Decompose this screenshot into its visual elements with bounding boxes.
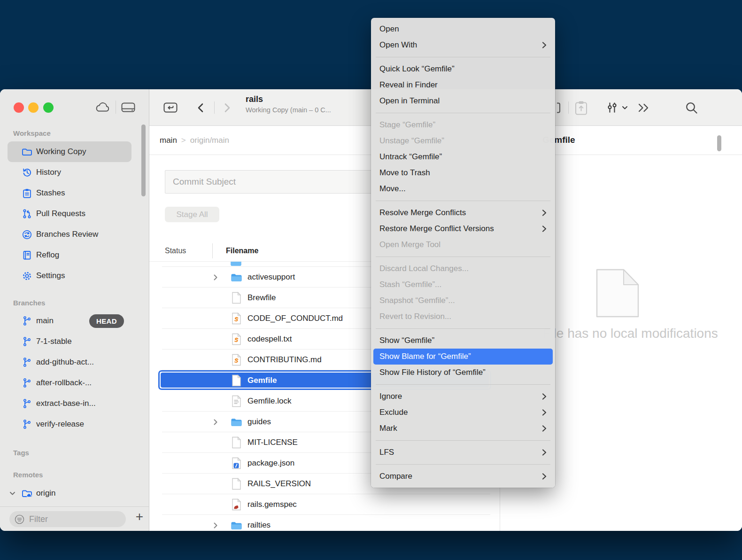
menu-item-ignore[interactable]: Ignore — [371, 389, 555, 404]
menu-item-mark[interactable]: Mark — [371, 420, 555, 436]
column-header-filename[interactable]: Filename — [226, 241, 258, 261]
file-icon — [230, 370, 242, 391]
sidebar-item-label: add-github-act... — [36, 352, 94, 373]
add-repo-button[interactable]: + — [136, 509, 143, 524]
breadcrumb-upstream[interactable]: origin/main — [190, 136, 229, 145]
disclosure-chevron-icon[interactable] — [213, 515, 218, 531]
menu-item-label: Discard Local Changes... — [379, 264, 469, 273]
menu-item-untrack-gemfile[interactable]: Untrack “Gemfile” — [371, 149, 555, 165]
sidebar-item-stashes[interactable]: Stashes — [0, 183, 149, 203]
menu-item-exclude[interactable]: Exclude — [371, 404, 555, 420]
branch-item-after-rollback[interactable]: after-rollback-... — [0, 373, 149, 393]
drive-icon[interactable] — [121, 101, 135, 113]
branch-item-add-github-act[interactable]: add-github-act... — [0, 352, 149, 373]
sidebar-item-pull-requests[interactable]: Pull Requests — [0, 203, 149, 224]
file-name: package.json — [247, 453, 294, 474]
file-row-rails-gemspec[interactable]: rails.gemspec — [149, 494, 500, 515]
branch-item-extract-base-in[interactable]: extract-base-in... — [0, 393, 149, 414]
empty-state-message: File has no local modifications — [542, 326, 718, 341]
minimize-button[interactable] — [28, 102, 39, 113]
menu-item-label: Revert to Revision... — [379, 312, 451, 321]
menu-item-open-with[interactable]: Open With — [371, 37, 555, 53]
reflog-icon — [21, 245, 33, 265]
detail-scrollbar[interactable] — [717, 135, 721, 151]
menu-item-lfs[interactable]: LFS — [371, 444, 555, 460]
disclosure-chevron-icon[interactable] — [213, 412, 218, 432]
menu-item-move-to-trash[interactable]: Move to Trash — [371, 165, 555, 181]
sidebar-item-history[interactable]: History — [0, 162, 149, 183]
menu-item-label: Move to Trash — [379, 168, 430, 178]
sidebar-item-settings[interactable]: Settings — [0, 265, 149, 286]
file-name: CONTRIBUTING.md — [247, 350, 322, 370]
file-name: RAILS_VERSION — [247, 474, 311, 494]
menu-item-resolve-merge-conflicts[interactable]: Resolve Merge Conflicts — [371, 205, 555, 221]
menu-item-show-gemfile[interactable]: Show “Gemfile” — [371, 333, 555, 349]
menu-item-show-file-history-of-gemfile[interactable]: Show File History of “Gemfile” — [371, 365, 555, 381]
disclosure-chevron-icon[interactable] — [213, 267, 218, 288]
sidebar-item-label: verify-release — [36, 414, 84, 435]
workspace-section-label: Workspace — [13, 129, 51, 137]
toolbar-button-fragment[interactable] — [556, 102, 561, 113]
filter-bar: Filter + — [0, 506, 149, 531]
menu-item-move[interactable]: Move... — [371, 181, 555, 197]
menu-item-reveal-in-finder[interactable]: Reveal in Finder — [371, 77, 555, 93]
file-icon — [230, 308, 242, 329]
more-tools-icon[interactable] — [638, 103, 649, 113]
close-button[interactable] — [14, 102, 24, 113]
file-icon — [230, 391, 242, 412]
sidebar-scrollbar[interactable] — [141, 124, 146, 196]
menu-separator — [376, 57, 550, 57]
branch-item-7-1-stable[interactable]: 7-1-stable — [0, 331, 149, 352]
file-icon — [230, 494, 242, 515]
file-name: MIT-LICENSE — [247, 432, 298, 453]
sidebar-item-label: extract-base-in... — [36, 393, 96, 414]
back-icon[interactable] — [197, 103, 204, 113]
chevron-down-icon[interactable] — [9, 483, 15, 504]
menu-separator — [376, 113, 550, 113]
file-icon — [230, 350, 242, 370]
folder-icon — [230, 412, 242, 432]
clipboard-up-icon[interactable] — [575, 101, 587, 115]
branches-review-icon — [21, 224, 33, 245]
file-name: railties — [247, 515, 271, 531]
branch-item-main[interactable]: mainHEAD — [0, 311, 149, 331]
menu-item-open-in-terminal[interactable]: Open in Terminal — [371, 93, 555, 109]
filter-icon — [14, 514, 25, 525]
remote-item-origin[interactable]: origin — [0, 483, 149, 504]
menu-item-restore-merge-conflict-versions[interactable]: Restore Merge Conflict Versions — [371, 221, 555, 237]
breadcrumb-current-branch[interactable]: main — [160, 136, 177, 145]
sidebar-item-working-copy[interactable]: Working Copy — [0, 141, 149, 162]
menu-item-open[interactable]: Open — [371, 21, 555, 37]
filter-input[interactable]: Filter — [9, 511, 126, 527]
column-divider[interactable] — [212, 243, 213, 258]
file-name: Gemfile — [247, 370, 277, 391]
menu-item-label: Open With — [379, 40, 417, 50]
menu-separator — [376, 328, 550, 329]
sidebar-item-label: main — [36, 311, 54, 331]
checkout-icon[interactable] — [163, 102, 178, 113]
submenu-chevron-icon — [542, 473, 547, 480]
sliders-icon[interactable] — [606, 102, 618, 114]
file-row-railties[interactable]: railties — [149, 515, 500, 531]
sidebar-item-reflog[interactable]: Reflog — [0, 245, 149, 265]
window-title-block: rails Working Copy (main – 0 C... — [246, 94, 331, 114]
menu-item-show-blame-for-gemfile[interactable]: Show Blame for “Gemfile” — [373, 349, 553, 365]
menu-item-snapshot-gemfile: Snapshot “Gemfile”... — [371, 293, 555, 309]
chevron-down-icon[interactable] — [622, 106, 628, 110]
cloud-icon[interactable] — [94, 102, 110, 112]
menu-item-compare[interactable]: Compare — [371, 468, 555, 484]
menu-separator — [376, 257, 550, 257]
stage-all-button[interactable]: Stage All — [165, 207, 219, 222]
sidebar-item-label: Pull Requests — [36, 203, 85, 224]
sidebar-item-branches-review[interactable]: Branches Review — [0, 224, 149, 245]
column-header-status[interactable]: Status — [165, 241, 186, 261]
document-icon — [596, 269, 639, 319]
menu-item-discard-local-changes: Discard Local Changes... — [371, 261, 555, 277]
branch-item-verify-release[interactable]: verify-release — [0, 414, 149, 435]
sidebar-item-label: 7-1-stable — [36, 331, 72, 352]
folder-cloud-icon — [21, 483, 33, 504]
search-icon[interactable] — [685, 101, 698, 114]
menu-item-label: Move... — [379, 184, 406, 194]
menu-item-quick-look-gemfile[interactable]: Quick Look “Gemfile” — [371, 61, 555, 77]
zoom-button[interactable] — [43, 102, 54, 113]
